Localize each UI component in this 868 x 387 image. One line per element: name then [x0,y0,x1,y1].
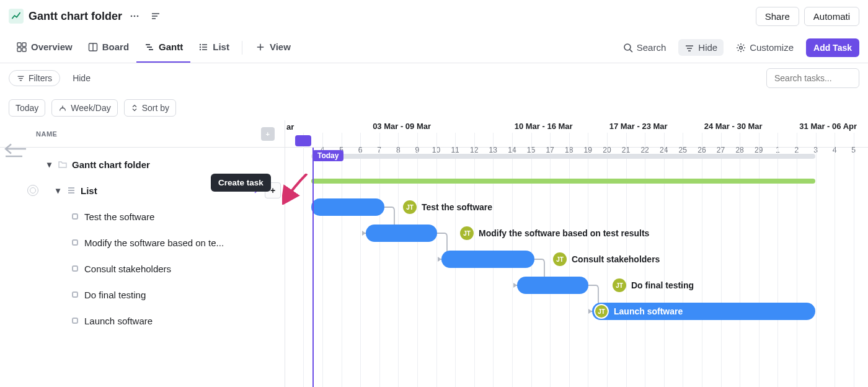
view-board[interactable]: Board [80,33,136,63]
search-input[interactable] [766,68,859,88]
side-header: NAME + [0,120,285,148]
task-label: Launch software [84,316,153,326]
sort-icon [131,104,138,112]
collapse-panel-icon[interactable] [0,135,37,162]
share-button[interactable]: Share [756,7,799,26]
view-gantt[interactable]: Gantt [136,33,190,63]
status-box-icon[interactable] [72,291,78,298]
tree-folder-label: Gantt chart folder [72,159,150,170]
status-box-icon[interactable] [72,318,78,324]
gantt-body[interactable]: Today JTTest the softwareJTModify the so… [285,148,868,387]
svg-point-1 [134,16,136,17]
view-overview[interactable]: Overview [9,33,80,63]
avatar: JT [553,252,567,266]
search-icon [623,43,633,53]
filters-button[interactable]: Filters [9,70,60,86]
svg-rect-8 [17,48,21,51]
caret-down-icon[interactable]: ▾ [53,185,62,195]
week-label: 24 Mar - 30 Mar [686,122,781,131]
filter-icon [17,74,25,82]
customize-label: Customize [750,42,794,53]
svg-line-24 [630,50,632,52]
task-row[interactable]: Launch software [0,308,285,334]
overview-icon [16,42,27,53]
hide-columns-button[interactable]: Hide [69,71,94,86]
create-task-tooltip: Create task [211,174,271,192]
avatar: JT [403,200,417,214]
gantt-bar[interactable] [441,251,534,268]
collapse-menu-icon[interactable] [147,7,164,25]
week-label: 31 Mar - 06 Apr [781,122,868,131]
gantt-bar[interactable] [311,198,384,216]
svg-rect-7 [22,43,26,47]
automation-button[interactable]: Automati [804,7,859,26]
more-icon[interactable] [126,7,143,25]
hide-icon [684,43,694,53]
view-label: Board [102,42,129,52]
svg-point-2 [137,16,139,17]
folder-icon [57,159,68,170]
avatar: JT [460,226,474,240]
gantt-bar-label: JTTest the software [403,198,492,216]
status-box-icon[interactable] [72,213,78,220]
svg-point-0 [131,16,133,17]
svg-point-17 [200,46,201,47]
board-icon [87,42,99,53]
svg-rect-6 [17,43,21,47]
task-label: Do final testing [84,290,146,300]
gantt-area[interactable]: ar 03 Mar - 09 Mar10 Mar - 16 Mar17 Mar … [285,120,868,387]
filters-label: Filters [29,73,52,83]
list-icon [66,185,77,196]
view-list[interactable]: List [190,33,237,63]
caret-down-icon[interactable]: ▾ [45,159,53,169]
control-row: Today Week/Day Sort by [0,93,868,120]
view-label: Overview [31,42,73,52]
task-side-panel: NAME + ▾ Gantt chart folder ▾ List [0,120,285,387]
zoom-label: Week/Day [71,103,110,113]
view-label: List [213,42,229,52]
status-box-icon[interactable] [72,239,78,246]
gear-icon [736,43,746,53]
chart-icon [9,9,24,24]
svg-point-15 [200,43,201,45]
svg-point-28 [740,46,743,49]
page-title: Gantt chart folder [29,10,122,23]
task-row[interactable]: Consult stakeholders [0,256,285,282]
today-indicator: Today [312,150,343,161]
gantt-bar[interactable] [366,225,437,242]
zoom-icon [58,104,67,112]
status-box-icon[interactable] [72,265,78,272]
gantt-bar[interactable] [517,277,588,294]
avatar: JT [613,278,626,292]
gantt-header: 03 Mar - 09 Mar10 Mar - 16 Mar17 Mar - 2… [285,120,868,148]
add-column-button[interactable]: + [261,127,275,141]
tree-list-label: List [81,185,97,196]
customize-tool[interactable]: Customize [730,39,800,56]
views-row: Overview Board Gantt List View Search Hi… [0,32,868,63]
week-label: 17 Mar - 23 Mar [591,122,686,131]
svg-point-19 [200,48,201,50]
svg-point-23 [624,44,631,50]
gantt-bar-label: JTLaunch software [594,303,683,320]
task-row[interactable]: Do final testing [0,282,285,308]
add-view-button[interactable]: View [247,33,298,63]
filter-row: Filters Hide [0,63,868,93]
hide-tool[interactable]: Hide [678,39,724,56]
gantt-bar-label: JTModify the software based on test resu… [460,225,649,242]
add-task-button[interactable]: Add Task [806,38,859,57]
divider [242,41,242,55]
gantt-icon [144,42,155,53]
view-label: View [270,42,291,52]
gantt-bar-label: JTConsult stakeholders [553,251,660,268]
search-tool[interactable]: Search [617,39,673,56]
avatar: JT [594,304,609,319]
gantt-bar-label: JTDo final testing [613,277,694,294]
search-label: Search [637,42,666,53]
task-row[interactable]: Modify the software based on te... [0,229,285,256]
today-button[interactable]: Today [9,99,45,117]
sort-button[interactable]: Sort by [124,99,176,117]
zoom-button[interactable]: Week/Day [51,99,117,117]
task-label: Consult stakeholders [84,264,171,274]
task-row[interactable]: Test the software [0,203,285,229]
week-label: 03 Mar - 09 Mar [308,122,496,131]
